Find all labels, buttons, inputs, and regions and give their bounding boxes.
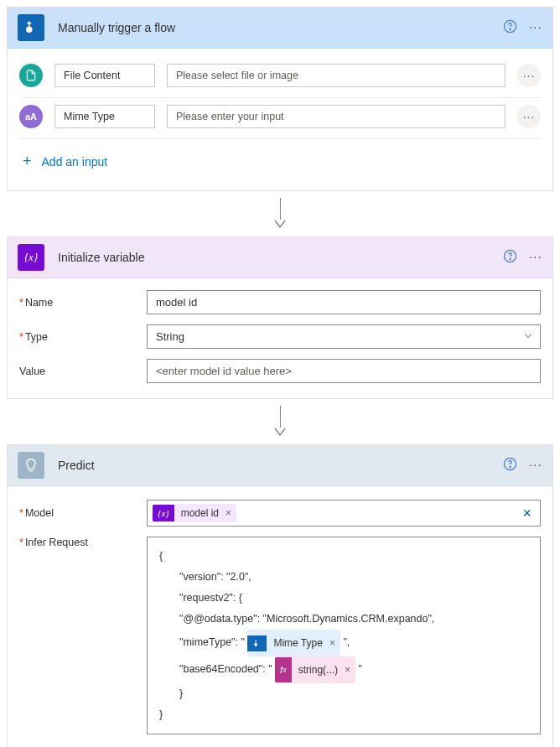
chevron-down-icon	[523, 330, 533, 343]
variable-icon: {x}	[18, 244, 44, 271]
fx-token-icon: fx	[275, 657, 292, 682]
svg-point-8	[255, 643, 258, 646]
value-input[interactable]: <enter model id value here>	[147, 359, 541, 383]
trigger-body: File Content Please select file or image…	[8, 49, 552, 190]
name-row: Name model id	[8, 285, 552, 319]
trigger-input-row: File Content Please select file or image…	[19, 57, 541, 98]
input-label[interactable]: File Content	[54, 64, 155, 87]
plus-icon: +	[23, 153, 32, 170]
svg-point-5	[510, 258, 511, 259]
help-icon[interactable]	[503, 249, 517, 266]
initvar-header[interactable]: {x} Initialize variable ···	[8, 237, 552, 278]
model-row: Model {x} model id × ×	[8, 495, 552, 532]
row-menu-icon[interactable]: ···	[517, 105, 541, 128]
type-row: Type String	[8, 319, 552, 354]
trigger-token-icon	[247, 635, 267, 651]
file-content-input[interactable]: Please select file or image	[167, 64, 506, 87]
type-select[interactable]: String	[147, 324, 541, 349]
type-label: Type	[19, 331, 137, 343]
clear-model-icon[interactable]: ×	[522, 505, 535, 522]
variable-token-icon: {x}	[153, 505, 174, 521]
trigger-icon	[18, 14, 44, 41]
flow-arrow	[0, 198, 560, 230]
svg-point-7	[510, 466, 511, 467]
name-label: Name	[19, 297, 137, 309]
trigger-header[interactable]: Manually trigger a flow ···	[8, 8, 552, 49]
add-input-label: Add an input	[42, 155, 108, 169]
predict-header[interactable]: Predict ···	[8, 445, 552, 486]
flow-arrow	[0, 406, 560, 438]
initvar-card: {x} Initialize variable ··· Name model i…	[7, 236, 553, 399]
value-row: Value <enter model id value here>	[8, 354, 552, 388]
mime-type-input[interactable]: Please enter your input	[167, 105, 506, 128]
file-icon	[19, 64, 43, 87]
expression-token[interactable]: fx string(...) ×	[275, 656, 355, 683]
more-menu-icon[interactable]: ···	[529, 250, 542, 265]
infer-row: Infer Request { "version": "2.0", "reque…	[8, 532, 552, 746]
remove-token-icon[interactable]: ×	[345, 660, 355, 680]
name-input[interactable]: model id	[147, 290, 541, 314]
mime-type-token[interactable]: Mime Type ×	[247, 630, 340, 656]
trigger-card: Manually trigger a flow ··· File Content…	[7, 7, 553, 191]
predict-title: Predict	[58, 459, 503, 472]
infer-request-input[interactable]: { "version": "2.0", "requestv2": { "@@od…	[147, 537, 541, 734]
model-id-token[interactable]: {x} model id ×	[153, 504, 236, 522]
predict-icon	[18, 452, 44, 479]
value-label: Value	[19, 366, 137, 377]
trigger-title: Manually trigger a flow	[58, 21, 503, 34]
row-menu-icon[interactable]: ···	[517, 64, 541, 87]
help-icon[interactable]	[503, 19, 517, 36]
svg-point-3	[510, 29, 511, 29]
infer-label: Infer Request	[19, 537, 137, 548]
input-label[interactable]: Mime Type	[54, 105, 155, 128]
initvar-title: Initialize variable	[58, 251, 503, 264]
remove-token-icon[interactable]: ×	[226, 507, 236, 519]
more-menu-icon[interactable]: ···	[529, 458, 542, 473]
remove-token-icon[interactable]: ×	[329, 633, 340, 653]
text-icon: aA	[19, 105, 43, 128]
model-input[interactable]: {x} model id × ×	[147, 500, 541, 527]
more-menu-icon[interactable]: ···	[529, 20, 542, 35]
trigger-input-row: aA Mime Type Please enter your input ···	[19, 98, 541, 139]
help-icon[interactable]	[503, 457, 517, 474]
add-input-button[interactable]: + Add an input	[19, 139, 541, 185]
model-label: Model	[19, 507, 137, 519]
predict-card: Predict ··· Model {x} model id × × Infer…	[7, 444, 553, 747]
